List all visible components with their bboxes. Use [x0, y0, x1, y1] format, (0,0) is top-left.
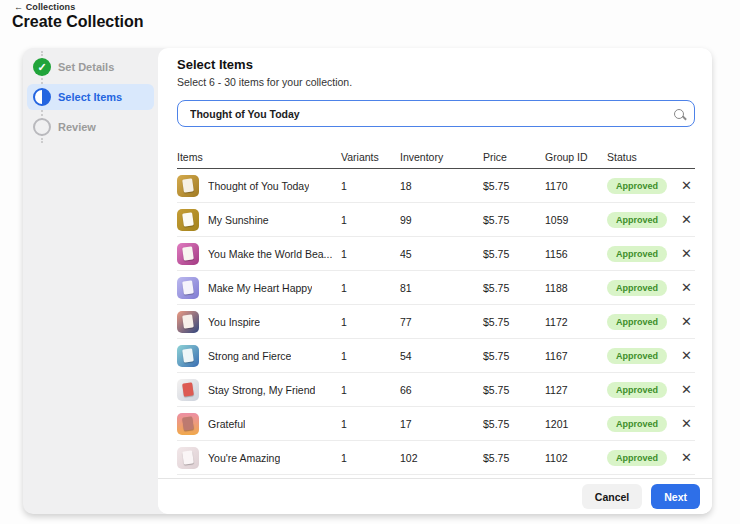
table-row: My Sunshine 1 99 $5.75 1059 Approved ✕	[177, 203, 695, 237]
search-box[interactable]	[177, 100, 695, 127]
select-items-panel: Select Items Select 6 - 30 items for you…	[158, 48, 712, 514]
item-cell: Thought of You Today	[177, 175, 341, 197]
column-header-group-id: Group ID	[545, 151, 607, 163]
variants-cell: 1	[341, 452, 400, 464]
item-name: Thought of You Today	[208, 180, 309, 192]
column-header-items: Items	[177, 151, 341, 163]
search-input[interactable]	[190, 108, 674, 120]
group-id-cell: 1102	[545, 452, 607, 464]
price-cell: $5.75	[483, 282, 545, 294]
step-set-details[interactable]: ✓ Set Details	[27, 54, 154, 80]
step-select-items[interactable]: Select Items	[27, 84, 154, 110]
table-row: Make My Heart Happy 1 81 $5.75 1188 Appr…	[177, 271, 695, 305]
price-cell: $5.75	[483, 350, 545, 362]
inventory-cell: 77	[400, 316, 483, 328]
thumbnail-card	[182, 314, 194, 328]
table-row: You're Amazing 1 102 $5.75 1102 Approved…	[177, 441, 695, 475]
back-arrow-icon: ←	[14, 2, 23, 12]
variants-cell: 1	[341, 248, 400, 260]
column-header-variants: Variants	[341, 151, 400, 163]
group-id-cell: 1172	[545, 316, 607, 328]
inventory-cell: 81	[400, 282, 483, 294]
breadcrumb[interactable]: ← Collections	[14, 2, 75, 12]
page-title: Create Collection	[12, 13, 144, 31]
remove-item-button[interactable]: ✕	[677, 279, 695, 296]
table-row: Thought of You Today 1 18 $5.75 1170 App…	[177, 169, 695, 203]
thumbnail-card	[182, 348, 194, 362]
cancel-button[interactable]: Cancel	[582, 484, 642, 509]
column-header-status: Status	[607, 151, 677, 163]
column-header-price: Price	[483, 151, 545, 163]
create-collection-card: ✓ Set Details Select Items Review Select…	[23, 48, 712, 514]
item-name: My Sunshine	[208, 214, 269, 226]
panel-subheading: Select 6 - 30 items for your collection.	[177, 76, 695, 88]
status-badge: Approved	[607, 280, 667, 296]
thumbnail-card	[182, 280, 194, 294]
remove-item-button[interactable]: ✕	[677, 415, 695, 432]
table-row: Strong and Fierce 1 54 $5.75 1167 Approv…	[177, 339, 695, 373]
search-icon	[674, 109, 684, 119]
item-thumbnail	[177, 379, 199, 401]
next-button[interactable]: Next	[651, 484, 700, 509]
item-cell: Make My Heart Happy	[177, 277, 341, 299]
item-name: You Make the World Bea...	[208, 248, 332, 260]
remove-item-button[interactable]: ✕	[677, 449, 695, 466]
step-label-review: Review	[58, 121, 96, 133]
breadcrumb-label: Collections	[26, 2, 76, 12]
item-name: Grateful	[208, 418, 245, 430]
status-badge: Approved	[607, 246, 667, 262]
group-id-cell: 1127	[545, 384, 607, 396]
footer-bar: Cancel Next	[158, 478, 712, 514]
price-cell: $5.75	[483, 248, 545, 260]
item-cell: Grateful	[177, 413, 341, 435]
inventory-cell: 102	[400, 452, 483, 464]
item-thumbnail	[177, 175, 199, 197]
group-id-cell: 1201	[545, 418, 607, 430]
item-name: You Inspire	[208, 316, 260, 328]
variants-cell: 1	[341, 214, 400, 226]
table-body: Thought of You Today 1 18 $5.75 1170 App…	[177, 169, 695, 475]
step-review[interactable]: Review	[27, 114, 154, 140]
group-id-cell: 1188	[545, 282, 607, 294]
remove-item-button[interactable]: ✕	[677, 245, 695, 262]
table-row: Stay Strong, My Friend 1 66 $5.75 1127 A…	[177, 373, 695, 407]
remove-item-button[interactable]: ✕	[677, 347, 695, 364]
status-badge: Approved	[607, 450, 667, 466]
status-badge: Approved	[607, 178, 667, 194]
group-id-cell: 1156	[545, 248, 607, 260]
remove-item-button[interactable]: ✕	[677, 211, 695, 228]
item-thumbnail	[177, 243, 199, 265]
item-name: Make My Heart Happy	[208, 282, 312, 294]
variants-cell: 1	[341, 282, 400, 294]
price-cell: $5.75	[483, 180, 545, 192]
inventory-cell: 66	[400, 384, 483, 396]
status-badge: Approved	[607, 348, 667, 364]
price-cell: $5.75	[483, 214, 545, 226]
group-id-cell: 1167	[545, 350, 607, 362]
thumbnail-card	[182, 450, 194, 464]
inventory-cell: 17	[400, 418, 483, 430]
thumbnail-card	[182, 212, 194, 226]
item-cell: You Inspire	[177, 311, 341, 333]
price-cell: $5.75	[483, 384, 545, 396]
inventory-cell: 45	[400, 248, 483, 260]
thumbnail-card	[182, 416, 194, 430]
thumbnail-card	[182, 246, 194, 260]
item-cell: Stay Strong, My Friend	[177, 379, 341, 401]
remove-item-button[interactable]: ✕	[677, 381, 695, 398]
remove-item-button[interactable]: ✕	[677, 177, 695, 194]
item-thumbnail	[177, 209, 199, 231]
remove-item-button[interactable]: ✕	[677, 313, 695, 330]
item-name: Strong and Fierce	[208, 350, 291, 362]
group-id-cell: 1059	[545, 214, 607, 226]
stepper: ✓ Set Details Select Items Review	[23, 48, 158, 514]
status-badge: Approved	[607, 212, 667, 228]
item-cell: My Sunshine	[177, 209, 341, 231]
item-thumbnail	[177, 345, 199, 367]
variants-cell: 1	[341, 418, 400, 430]
price-cell: $5.75	[483, 452, 545, 464]
panel-heading: Select Items	[177, 57, 695, 72]
item-name: You're Amazing	[208, 452, 280, 464]
variants-cell: 1	[341, 384, 400, 396]
price-cell: $5.75	[483, 316, 545, 328]
